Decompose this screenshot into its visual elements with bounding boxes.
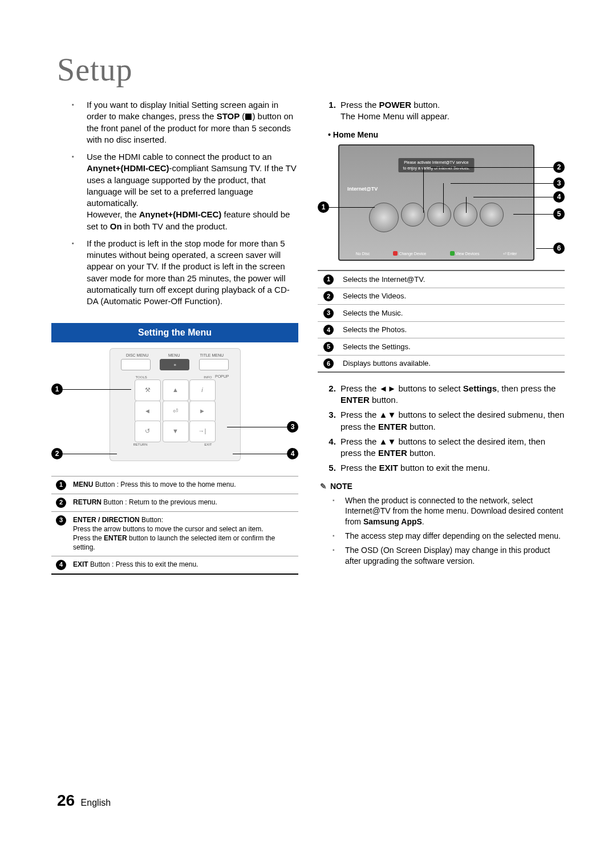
label-menu: MENU	[168, 353, 180, 358]
tv-callout-6: 6	[553, 243, 565, 254]
label-popup: POPUP	[215, 374, 229, 379]
right-button: ►	[189, 401, 216, 422]
note-1: When the product is connected to the net…	[337, 495, 565, 528]
table-row: 3Selects the Music.	[318, 305, 565, 321]
table-row: 4 EXIT Button : Press this to exit the m…	[51, 556, 298, 574]
setup-bullets: If you want to display Initial Setting s…	[51, 99, 298, 307]
right-column: Press the POWER button. The Home Menu wi…	[318, 99, 565, 575]
stop-icon	[245, 114, 252, 120]
page-footer: 26 English	[57, 791, 111, 810]
videos-icon	[401, 203, 425, 227]
remote-legend-table: 1 MENU Button : Press this to move to th…	[51, 476, 298, 575]
step-5: Press the EXIT button to exit the menu.	[338, 462, 565, 474]
disc-menu-button	[121, 359, 151, 370]
steps-list: Press the POWER button. The Home Menu wi…	[318, 99, 565, 123]
tv-banner: Please activate Internet@TV service to e…	[398, 158, 474, 172]
callout-4: 4	[287, 448, 298, 459]
table-row: 5Selects the Settings.	[318, 338, 565, 355]
label-info: INFO	[204, 375, 212, 379]
remote-diagram: 1 2 3 4 DISC MENU MENU TITLE MENU ≡	[51, 348, 298, 468]
note-heading: NOTE	[320, 481, 565, 492]
note-list: When the product is connected to the net…	[318, 495, 565, 567]
tv-enter-label: Enter	[508, 252, 517, 256]
label-disc-menu: DISC MENU	[126, 353, 148, 358]
label-tools: TOOLS	[136, 375, 147, 379]
return-button: ↺	[135, 421, 161, 442]
menu-button: ≡	[160, 359, 189, 370]
down-button: ▼	[163, 421, 189, 442]
exit-button: →|	[189, 421, 216, 442]
photos-icon	[453, 203, 477, 227]
page-number: 26	[57, 791, 75, 809]
two-column-layout: If you want to display Initial Setting s…	[51, 99, 565, 575]
tv-screenshot: Please activate Internet@TV service to e…	[338, 144, 534, 261]
home-menu-legend-table: 1Selects the Internet@TV. 2Selects the V…	[318, 270, 565, 373]
table-row: 3 ENTER / DIRECTION Button: Press the ar…	[51, 511, 298, 556]
step-2: Press the ◄► buttons to select Settings,…	[338, 383, 565, 406]
section-title-bar: Setting the Menu	[51, 323, 298, 342]
music-icon	[427, 203, 451, 227]
bullet-screensaver: If the product is left in the stop mode …	[79, 238, 298, 308]
home-menu-figure: 1 2 3 4 5 6 Please activate Internet@TV …	[318, 144, 565, 261]
tv-callout-2: 2	[553, 161, 565, 173]
table-row: 1 MENU Button : Press this to move to th…	[51, 476, 298, 494]
legend-number-2: 2	[56, 498, 66, 508]
remote-body: DISC MENU MENU TITLE MENU ≡ POPUP TOOLS	[110, 348, 241, 461]
tv-nodisc-label: No Disc	[356, 251, 370, 256]
legend-number-3: 3	[56, 515, 66, 526]
dpad: TOOLS INFO RETURN EXIT ⚒ ▲ i ◄ ⏎ ► ↺ ▼ →…	[132, 379, 218, 442]
bullet-anynet: Use the HDMI cable to connect the produc…	[79, 151, 298, 232]
table-row: 6Displays buttons available.	[318, 355, 565, 372]
step-1: Press the POWER button. The Home Menu wi…	[338, 99, 565, 123]
page-language: English	[81, 798, 111, 807]
tv-callout-5: 5	[553, 208, 565, 220]
left-column: If you want to display Initial Setting s…	[51, 99, 298, 575]
info-button: i	[189, 379, 216, 401]
tv-internet-label: Internet@TV	[347, 185, 378, 192]
table-row: 4Selects the Photos.	[318, 321, 565, 338]
note-3: The OSD (On Screen Display) may change i…	[337, 545, 565, 567]
tv-callout-3: 3	[553, 177, 565, 189]
tv-view-devices-label: View Devices	[456, 252, 480, 256]
tv-bottom-bar: No Disc Change Device View Devices ⏎ Ent…	[339, 251, 533, 256]
manual-page: Setup If you want to display Initial Set…	[0, 0, 616, 844]
legend-number-1: 1	[56, 480, 66, 490]
tv-change-device-label: Change Device	[399, 252, 426, 256]
label-return: RETURN	[133, 442, 148, 447]
tools-button: ⚒	[135, 379, 161, 401]
home-menu-heading: • Home Menu	[328, 130, 565, 140]
note-2: The access step may differ depending on …	[337, 531, 565, 542]
tv-callout-1: 1	[318, 201, 329, 213]
tv-callout-4: 4	[553, 191, 565, 203]
step-4: Press the ▲▼ buttons to select the desir…	[338, 436, 565, 459]
table-row: 2Selects the Videos.	[318, 288, 565, 304]
legend-number-4: 4	[56, 560, 66, 570]
table-row: 2 RETURN Button : Return to the previous…	[51, 494, 298, 511]
step-3: Press the ▲▼ buttons to select the desir…	[338, 409, 565, 433]
callout-1: 1	[51, 383, 63, 395]
label-title-menu: TITLE MENU	[200, 353, 224, 358]
up-button: ▲	[163, 379, 189, 401]
left-button: ◄	[135, 401, 161, 422]
settings-icon	[480, 203, 504, 227]
callout-2: 2	[51, 448, 63, 459]
page-title: Setup	[57, 51, 565, 88]
bullet-stop: If you want to display Initial Setting s…	[79, 99, 298, 146]
callout-3: 3	[287, 421, 298, 433]
enter-button: ⏎	[163, 401, 189, 422]
steps-list-cont: Press the ◄► buttons to select Settings,…	[318, 383, 565, 474]
table-row: 1Selects the Internet@TV.	[318, 270, 565, 288]
label-exit: EXIT	[204, 442, 212, 447]
title-menu-button	[199, 359, 229, 370]
